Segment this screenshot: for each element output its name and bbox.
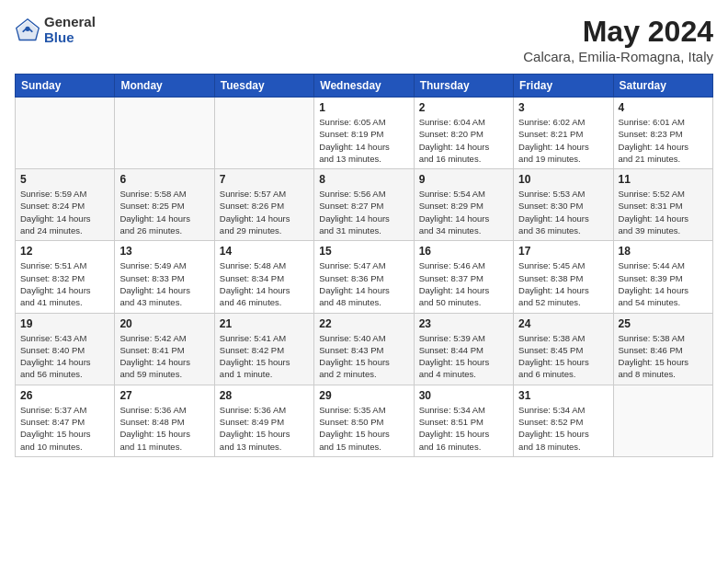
day-info: Sunrise: 5:52 AM Sunset: 8:31 PM Dayligh… <box>619 188 708 236</box>
calendar-cell <box>613 385 712 456</box>
logo-general-text: General <box>44 15 96 30</box>
calendar-cell: 20Sunrise: 5:42 AM Sunset: 8:41 PM Dayli… <box>115 313 214 385</box>
calendar-cell: 24Sunrise: 5:38 AM Sunset: 8:45 PM Dayli… <box>514 313 613 385</box>
calendar-cell: 29Sunrise: 5:35 AM Sunset: 8:50 PM Dayli… <box>314 385 414 456</box>
calendar-cell: 1Sunrise: 6:05 AM Sunset: 8:19 PM Daylig… <box>314 98 414 169</box>
day-info: Sunrise: 5:36 AM Sunset: 8:48 PM Dayligh… <box>119 404 209 453</box>
day-info: Sunrise: 5:39 AM Sunset: 8:44 PM Dayligh… <box>419 332 508 381</box>
day-info: Sunrise: 5:56 AM Sunset: 8:27 PM Dayligh… <box>319 188 408 236</box>
calendar-week-2: 5Sunrise: 5:59 AM Sunset: 8:24 PM Daylig… <box>16 169 713 241</box>
day-number: 14 <box>220 245 309 258</box>
day-info: Sunrise: 5:47 AM Sunset: 8:36 PM Dayligh… <box>319 259 408 308</box>
day-info: Sunrise: 5:40 AM Sunset: 8:43 PM Dayligh… <box>319 332 408 381</box>
calendar-cell: 27Sunrise: 5:36 AM Sunset: 8:48 PM Dayli… <box>115 385 214 456</box>
day-info: Sunrise: 5:45 AM Sunset: 8:38 PM Dayligh… <box>518 259 608 308</box>
day-number: 22 <box>319 317 408 330</box>
day-info: Sunrise: 5:58 AM Sunset: 8:25 PM Dayligh… <box>119 188 209 236</box>
header-saturday: Saturday <box>613 75 712 98</box>
day-number: 20 <box>119 317 209 330</box>
logo-blue-text: Blue <box>44 30 96 46</box>
calendar-cell: 12Sunrise: 5:51 AM Sunset: 8:32 PM Dayli… <box>16 241 115 313</box>
header-monday: Monday <box>115 75 214 98</box>
calendar-cell <box>115 98 214 169</box>
logo-icon <box>15 17 40 43</box>
logo-text: General Blue <box>44 15 96 45</box>
header-friday: Friday <box>514 75 613 98</box>
day-info: Sunrise: 5:57 AM Sunset: 8:26 PM Dayligh… <box>220 188 309 236</box>
calendar-cell: 8Sunrise: 5:56 AM Sunset: 8:27 PM Daylig… <box>314 169 414 241</box>
calendar-cell: 16Sunrise: 5:46 AM Sunset: 8:37 PM Dayli… <box>414 241 513 313</box>
day-number: 31 <box>518 389 608 402</box>
logo: General Blue <box>15 15 96 45</box>
day-info: Sunrise: 5:37 AM Sunset: 8:47 PM Dayligh… <box>20 404 109 453</box>
day-info: Sunrise: 5:42 AM Sunset: 8:41 PM Dayligh… <box>119 332 209 381</box>
header-sunday: Sunday <box>16 75 115 98</box>
calendar-week-1: 1Sunrise: 6:05 AM Sunset: 8:19 PM Daylig… <box>16 98 713 169</box>
calendar-week-5: 26Sunrise: 5:37 AM Sunset: 8:47 PM Dayli… <box>16 385 713 456</box>
day-number: 13 <box>119 245 209 258</box>
calendar-cell: 15Sunrise: 5:47 AM Sunset: 8:36 PM Dayli… <box>314 241 414 313</box>
day-info: Sunrise: 5:44 AM Sunset: 8:39 PM Dayligh… <box>619 259 708 308</box>
day-number: 10 <box>518 173 608 186</box>
day-info: Sunrise: 5:51 AM Sunset: 8:32 PM Dayligh… <box>20 259 109 308</box>
day-number: 8 <box>319 173 408 186</box>
calendar-cell: 23Sunrise: 5:39 AM Sunset: 8:44 PM Dayli… <box>414 313 513 385</box>
calendar-cell <box>16 98 115 169</box>
calendar-cell: 11Sunrise: 5:52 AM Sunset: 8:31 PM Dayli… <box>613 169 712 241</box>
day-number: 23 <box>419 317 508 330</box>
day-number: 30 <box>419 389 508 402</box>
calendar-cell: 4Sunrise: 6:01 AM Sunset: 8:23 PM Daylig… <box>613 98 712 169</box>
calendar-cell: 5Sunrise: 5:59 AM Sunset: 8:24 PM Daylig… <box>16 169 115 241</box>
calendar-cell: 13Sunrise: 5:49 AM Sunset: 8:33 PM Dayli… <box>115 241 214 313</box>
day-info: Sunrise: 5:34 AM Sunset: 8:51 PM Dayligh… <box>419 404 508 453</box>
header-wednesday: Wednesday <box>314 75 414 98</box>
day-info: Sunrise: 6:05 AM Sunset: 8:19 PM Dayligh… <box>319 116 408 165</box>
calendar-week-3: 12Sunrise: 5:51 AM Sunset: 8:32 PM Dayli… <box>16 241 713 313</box>
day-number: 2 <box>419 101 508 114</box>
day-info: Sunrise: 5:53 AM Sunset: 8:30 PM Dayligh… <box>518 188 608 236</box>
calendar-cell: 2Sunrise: 6:04 AM Sunset: 8:20 PM Daylig… <box>414 98 513 169</box>
calendar-location: Calcara, Emilia-Romagna, Italy <box>523 49 713 64</box>
day-number: 16 <box>419 245 508 258</box>
day-info: Sunrise: 5:38 AM Sunset: 8:45 PM Dayligh… <box>518 332 608 381</box>
day-info: Sunrise: 5:48 AM Sunset: 8:34 PM Dayligh… <box>220 259 309 308</box>
day-number: 7 <box>220 173 309 186</box>
day-info: Sunrise: 5:35 AM Sunset: 8:50 PM Dayligh… <box>319 404 408 453</box>
day-info: Sunrise: 5:46 AM Sunset: 8:37 PM Dayligh… <box>419 259 508 308</box>
calendar-cell: 25Sunrise: 5:38 AM Sunset: 8:46 PM Dayli… <box>613 313 712 385</box>
calendar-cell <box>214 98 313 169</box>
day-number: 21 <box>220 317 309 330</box>
day-number: 29 <box>319 389 408 402</box>
calendar-cell: 9Sunrise: 5:54 AM Sunset: 8:29 PM Daylig… <box>414 169 513 241</box>
day-info: Sunrise: 5:59 AM Sunset: 8:24 PM Dayligh… <box>20 188 109 236</box>
day-number: 28 <box>220 389 309 402</box>
day-info: Sunrise: 6:01 AM Sunset: 8:23 PM Dayligh… <box>619 116 708 165</box>
calendar-cell: 17Sunrise: 5:45 AM Sunset: 8:38 PM Dayli… <box>514 241 613 313</box>
day-number: 12 <box>20 245 109 258</box>
day-number: 9 <box>419 173 508 186</box>
day-info: Sunrise: 5:34 AM Sunset: 8:52 PM Dayligh… <box>518 404 608 453</box>
calendar-cell: 7Sunrise: 5:57 AM Sunset: 8:26 PM Daylig… <box>214 169 313 241</box>
calendar-cell: 18Sunrise: 5:44 AM Sunset: 8:39 PM Dayli… <box>613 241 712 313</box>
calendar-cell: 19Sunrise: 5:43 AM Sunset: 8:40 PM Dayli… <box>16 313 115 385</box>
calendar-cell: 26Sunrise: 5:37 AM Sunset: 8:47 PM Dayli… <box>16 385 115 456</box>
header-tuesday: Tuesday <box>214 75 313 98</box>
day-info: Sunrise: 5:41 AM Sunset: 8:42 PM Dayligh… <box>220 332 309 381</box>
day-number: 15 <box>319 245 408 258</box>
day-info: Sunrise: 5:38 AM Sunset: 8:46 PM Dayligh… <box>619 332 708 381</box>
calendar-table: SundayMondayTuesdayWednesdayThursdayFrid… <box>15 74 713 457</box>
day-number: 11 <box>619 173 708 186</box>
calendar-cell: 30Sunrise: 5:34 AM Sunset: 8:51 PM Dayli… <box>414 385 513 456</box>
calendar-cell: 21Sunrise: 5:41 AM Sunset: 8:42 PM Dayli… <box>214 313 313 385</box>
day-number: 25 <box>619 317 708 330</box>
calendar-cell: 28Sunrise: 5:36 AM Sunset: 8:49 PM Dayli… <box>214 385 313 456</box>
day-number: 19 <box>20 317 109 330</box>
day-number: 18 <box>619 245 708 258</box>
header-thursday: Thursday <box>414 75 513 98</box>
calendar-week-4: 19Sunrise: 5:43 AM Sunset: 8:40 PM Dayli… <box>16 313 713 385</box>
calendar-cell: 31Sunrise: 5:34 AM Sunset: 8:52 PM Dayli… <box>514 385 613 456</box>
calendar-cell: 6Sunrise: 5:58 AM Sunset: 8:25 PM Daylig… <box>115 169 214 241</box>
svg-point-2 <box>25 26 29 30</box>
day-info: Sunrise: 6:02 AM Sunset: 8:21 PM Dayligh… <box>518 116 608 165</box>
calendar-cell: 3Sunrise: 6:02 AM Sunset: 8:21 PM Daylig… <box>514 98 613 169</box>
